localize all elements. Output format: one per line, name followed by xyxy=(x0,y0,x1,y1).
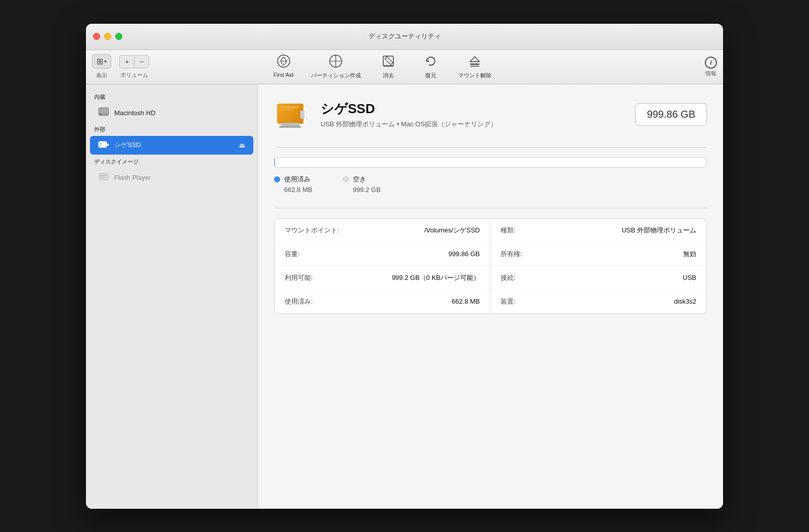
info-key: 所有権: xyxy=(501,250,522,259)
info-key: 容量: xyxy=(285,250,300,259)
partition-action[interactable]: パーティション作成 xyxy=(311,55,361,79)
section-label-external: 外部 xyxy=(86,123,257,135)
svg-rect-24 xyxy=(300,111,304,119)
info-icon: i xyxy=(705,57,717,69)
add-volume-button[interactable]: + xyxy=(119,55,134,68)
info-val: USB xyxy=(683,274,696,281)
capacity-section: 使用済み 662.8 MB 空き 999.2 GB xyxy=(274,158,707,194)
sidebar-label: 表示 xyxy=(96,72,107,79)
free-value: 999.2 GB xyxy=(353,186,381,194)
svg-rect-14 xyxy=(100,143,101,144)
info-col-left: マウントポイント: /Volumes/シゲSSD 容量: 999.86 GB 利… xyxy=(275,219,490,313)
toolbar-actions: First Aid パーティション作成 xyxy=(268,55,491,79)
svg-rect-25 xyxy=(280,107,298,108)
sidebar-item-shigessd[interactable]: シゲSSD ⏏ xyxy=(90,136,253,155)
info-val: 662.8 MB xyxy=(452,298,480,305)
used-dot xyxy=(274,176,280,182)
minimize-button[interactable] xyxy=(104,33,111,40)
info-key: 利用可能: xyxy=(285,273,313,282)
content-area: シゲSSD USB 外部物理ボリューム • Mac OS拡張（ジャーナリング） … xyxy=(258,84,723,509)
svg-rect-5 xyxy=(383,56,393,66)
separator-2 xyxy=(274,208,707,208)
svg-rect-26 xyxy=(280,110,294,111)
used-value: 662.8 MB xyxy=(284,186,312,194)
main-layout: 内蔵 Macintosh HD 外部 xyxy=(86,84,723,509)
unmount-label: マウント解除 xyxy=(458,72,491,79)
table-row: 使用済み: 662.8 MB xyxy=(275,290,490,313)
app-window: ディスクユーティリティ ⊞ ▾ 表示 + − ボリューム xyxy=(86,24,723,509)
info-table-grid: マウントポイント: /Volumes/シゲSSD 容量: 999.86 GB 利… xyxy=(275,219,706,313)
erase-action[interactable]: 消去 xyxy=(373,55,403,79)
info-key: マウントポイント: xyxy=(285,226,339,235)
restore-icon xyxy=(424,55,437,71)
table-row: 利用可能: 999.2 GB（0 KBパージ可能） xyxy=(275,266,490,290)
macintosh-hd-label: Macintosh HD xyxy=(114,109,156,117)
table-row: 種類: USB 外部物理ボリューム xyxy=(490,219,706,243)
used-label: 使用済み xyxy=(284,175,310,184)
info-key: 使用済み: xyxy=(285,297,313,306)
table-row: マウントポイント: /Volumes/シゲSSD xyxy=(275,219,490,243)
info-val: disk3s2 xyxy=(674,298,696,305)
disk-subtitle: USB 外部物理ボリューム • Mac OS拡張（ジャーナリング） xyxy=(321,120,625,129)
info-val: USB 外部物理ボリューム xyxy=(622,226,696,235)
restore-label: 復元 xyxy=(425,72,436,79)
hdd-icon xyxy=(98,107,109,119)
window-title: ディスクユーティリティ xyxy=(369,32,441,41)
capacity-bar-fill xyxy=(275,158,275,167)
partition-label: パーティション作成 xyxy=(311,72,361,79)
sidebar-icon: ⊞ xyxy=(97,57,103,66)
sidebar-toggle-button[interactable]: ⊞ ▾ xyxy=(92,54,111,69)
unmount-icon xyxy=(468,55,481,71)
info-key: 装置: xyxy=(501,297,516,306)
disk-info: シゲSSD USB 外部物理ボリューム • Mac OS拡張（ジャーナリング） xyxy=(321,100,625,129)
flashplayer-label: Flash Player xyxy=(114,174,151,181)
sidebar-item-flashplayer[interactable]: Flash Player xyxy=(90,168,253,187)
sidebar-item-macintosh-hd[interactable]: Macintosh HD xyxy=(90,104,253,122)
restore-action[interactable]: 復元 xyxy=(416,55,446,79)
capacity-bar xyxy=(274,158,707,168)
unmount-action[interactable]: マウント解除 xyxy=(458,55,491,79)
disk-header: シゲSSD USB 外部物理ボリューム • Mac OS拡張（ジャーナリング） … xyxy=(274,96,707,133)
info-action[interactable]: i 情報 xyxy=(705,57,717,77)
info-key: 接続: xyxy=(501,273,516,282)
sidebar: 内蔵 Macintosh HD 外部 xyxy=(86,84,258,509)
erase-icon xyxy=(382,55,395,71)
svg-rect-19 xyxy=(100,177,105,178)
firstaid-label: First Aid xyxy=(274,72,294,78)
table-row: 容量: 999.86 GB xyxy=(275,243,490,266)
svg-rect-11 xyxy=(100,113,102,115)
free-legend: 空き 999.2 GB xyxy=(343,175,381,194)
remove-volume-button[interactable]: − xyxy=(134,55,149,68)
svg-rect-17 xyxy=(99,173,108,180)
free-label: 空き xyxy=(353,175,366,184)
table-row: 接続: USB xyxy=(490,266,706,290)
used-legend: 使用済み 662.8 MB xyxy=(274,175,312,194)
svg-marker-7 xyxy=(470,57,479,62)
info-key: 種類: xyxy=(501,226,516,235)
disk-name: シゲSSD xyxy=(321,100,625,118)
svg-rect-16 xyxy=(107,144,109,146)
svg-rect-15 xyxy=(100,145,101,146)
volume-buttons: + − xyxy=(119,55,149,68)
maximize-button[interactable] xyxy=(115,33,122,40)
info-val: 999.86 GB xyxy=(448,250,480,258)
traffic-lights xyxy=(93,33,122,40)
info-val: 無効 xyxy=(683,250,696,259)
capacity-legend: 使用済み 662.8 MB 空き 999.2 GB xyxy=(274,175,707,194)
disk-image-icon xyxy=(98,172,109,183)
eject-icon[interactable]: ⏏ xyxy=(239,141,245,149)
separator-1 xyxy=(274,147,707,148)
table-row: 装置: disk3s2 xyxy=(490,290,706,313)
info-label: 情報 xyxy=(705,70,716,77)
usb-drive-icon xyxy=(98,139,109,151)
volume-label: ボリューム xyxy=(120,71,148,79)
svg-rect-18 xyxy=(100,175,107,176)
erase-label: 消去 xyxy=(383,72,394,79)
svg-rect-23 xyxy=(279,126,301,128)
section-label-internal: 内蔵 xyxy=(86,90,257,103)
shigessd-label: シゲSSD xyxy=(114,140,141,150)
info-table: マウントポイント: /Volumes/シゲSSD 容量: 999.86 GB 利… xyxy=(274,218,707,314)
firstaid-action[interactable]: First Aid xyxy=(268,55,299,78)
close-button[interactable] xyxy=(93,33,100,40)
disk-size-badge: 999.86 GB xyxy=(635,103,707,126)
